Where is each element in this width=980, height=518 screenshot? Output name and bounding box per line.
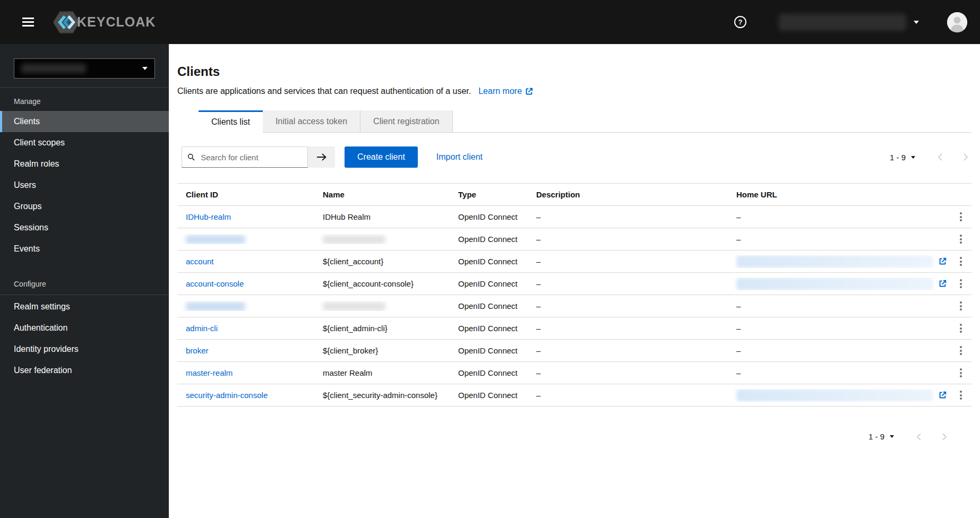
column-header-description: Description	[528, 190, 728, 199]
external-link-icon	[939, 280, 947, 288]
nav-section-configure: ConfigureRealm settingsAuthenticationIde…	[0, 280, 169, 381]
description-text: –	[536, 391, 540, 400]
toolbar: Create client Import client 1 - 9	[177, 146, 972, 168]
realm-selector[interactable]	[14, 58, 155, 79]
column-header-name: Name	[314, 190, 450, 199]
home-url-cell: –	[728, 368, 950, 377]
nav-toggle-button[interactable]	[20, 15, 36, 29]
home-url-cell: –	[728, 324, 950, 333]
user-menu[interactable]	[779, 14, 919, 31]
sidebar-item-sessions[interactable]: Sessions	[0, 217, 169, 238]
help-icon[interactable]: ?	[734, 16, 746, 28]
home-url-text: –	[736, 324, 741, 333]
keycloak-logo: KEYCLOAK	[53, 11, 156, 34]
tab-clients-list[interactable]: Clients list	[199, 110, 263, 132]
tab-initial-access-token[interactable]: Initial access token	[263, 110, 360, 132]
client-id-link[interactable]: master-realm	[186, 368, 233, 377]
type-cell: OpenID Connect	[450, 212, 528, 221]
description-cell: –	[528, 391, 728, 400]
sidebar-item-realm-settings[interactable]: Realm settings	[0, 296, 169, 317]
chevron-down-icon	[911, 156, 915, 159]
pagination-range-toggle[interactable]: 1 - 9	[886, 150, 919, 165]
pagination-prev-button[interactable]	[934, 151, 945, 163]
sidebar-item-clients[interactable]: Clients	[0, 111, 169, 132]
sidebar-item-users[interactable]: Users	[0, 175, 169, 196]
pagination-bottom-prev-button[interactable]	[913, 431, 924, 443]
name-cell	[314, 301, 450, 311]
kebab-menu-button[interactable]	[957, 365, 965, 381]
column-header-client-id: Client ID	[177, 190, 314, 199]
client-id-link[interactable]: broker	[186, 346, 209, 355]
name-cell	[314, 234, 450, 244]
section-divider	[0, 295, 169, 295]
kebab-menu-button[interactable]	[957, 343, 965, 358]
nav-section-title-manage: Manage	[0, 97, 169, 106]
sidebar-item-authentication[interactable]: Authentication	[0, 317, 169, 339]
client-id-link[interactable]: account	[186, 257, 214, 266]
page-description-row: Clients are applications and services th…	[177, 85, 972, 97]
realm-selector-caret-icon	[142, 67, 148, 70]
redacted-client-id	[186, 235, 245, 244]
tab-client-registration[interactable]: Client registration	[360, 110, 453, 132]
home-url-external-link[interactable]	[939, 280, 947, 288]
kebab-menu-button[interactable]	[957, 387, 965, 403]
pagination-next-button[interactable]	[960, 151, 972, 163]
kebab-menu-button[interactable]	[957, 298, 965, 314]
search-submit-button[interactable]	[308, 146, 335, 168]
search-input[interactable]	[200, 152, 302, 162]
pagination-bottom-next-button[interactable]	[939, 431, 950, 443]
sidebar-divider	[0, 87, 169, 88]
client-id-link[interactable]: account-console	[186, 279, 244, 288]
description-text: –	[536, 235, 540, 244]
create-client-button[interactable]: Create client	[345, 146, 418, 168]
column-header-type: Type	[450, 190, 528, 199]
client-id-cell: account	[177, 257, 314, 266]
actions-cell	[950, 209, 972, 225]
description-text: –	[536, 368, 540, 377]
client-id-link[interactable]: security-admin-console	[186, 391, 268, 400]
actions-cell	[950, 231, 972, 247]
kebab-menu-button[interactable]	[957, 231, 965, 247]
sidebar-item-events[interactable]: Events	[0, 238, 169, 260]
client-id-link[interactable]: admin-cli	[186, 324, 218, 333]
avatar[interactable]	[947, 12, 967, 32]
masthead-right: ?	[734, 12, 967, 32]
client-id-link[interactable]: IDHub-realm	[186, 212, 231, 221]
name-cell: ${client_security-admin-console}	[314, 391, 450, 400]
type-cell: OpenID Connect	[450, 346, 528, 355]
home-url-text: –	[736, 212, 741, 221]
description-text: –	[536, 324, 540, 333]
nav-items: ClientsClient scopesRealm rolesUsersGrou…	[0, 111, 169, 260]
type-cell: OpenID Connect	[450, 279, 528, 288]
sidebar-item-realm-roles[interactable]: Realm roles	[0, 153, 169, 175]
sidebar-item-identity-providers[interactable]: Identity providers	[0, 339, 169, 360]
sidebar-item-client-scopes[interactable]: Client scopes	[0, 132, 169, 153]
home-url-external-link[interactable]	[939, 257, 947, 265]
pagination-bottom-range-toggle[interactable]: 1 - 9	[864, 429, 898, 444]
type-text: OpenID Connect	[458, 212, 518, 221]
kebab-menu-button[interactable]	[957, 321, 965, 336]
home-url-cell	[728, 255, 950, 268]
sidebar-item-groups[interactable]: Groups	[0, 196, 169, 217]
table-row: master-realmmaster RealmOpenID Connect––	[177, 362, 972, 384]
pagination-bottom: 1 - 9	[177, 429, 950, 444]
client-id-cell: security-admin-console	[177, 391, 314, 400]
import-client-link[interactable]: Import client	[436, 152, 483, 162]
learn-more-link[interactable]: Learn more	[478, 85, 533, 97]
name-cell: IDHub Realm	[314, 212, 450, 221]
kebab-menu-button[interactable]	[957, 276, 965, 291]
column-header-home-url: Home URL	[728, 190, 950, 199]
type-cell: OpenID Connect	[450, 301, 528, 310]
redacted-name	[323, 235, 385, 244]
kebab-menu-button[interactable]	[957, 254, 965, 269]
home-url-external-link[interactable]	[939, 391, 947, 399]
external-link-icon	[939, 391, 947, 399]
type-text: OpenID Connect	[458, 346, 518, 355]
kebab-menu-button[interactable]	[957, 209, 965, 225]
masthead: KEYCLOAK ?	[0, 0, 980, 44]
nav-section-manage: ManageClientsClient scopesRealm rolesUse…	[0, 97, 169, 260]
chevron-left-icon	[916, 433, 921, 441]
sidebar-item-user-federation[interactable]: User federation	[0, 360, 169, 381]
page-description: Clients are applications and services th…	[177, 87, 471, 96]
home-url-cell: –	[728, 235, 950, 244]
